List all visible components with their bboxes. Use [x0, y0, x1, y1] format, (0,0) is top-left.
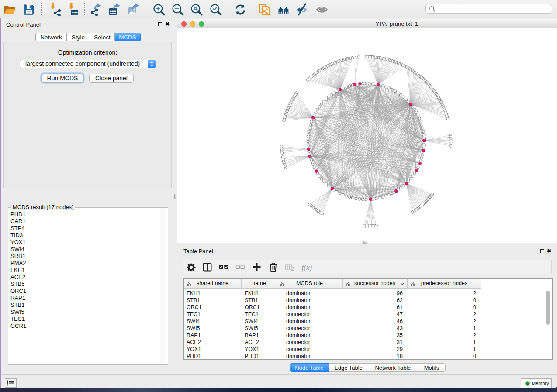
svg-text:f(x): f(x) [302, 263, 312, 272]
